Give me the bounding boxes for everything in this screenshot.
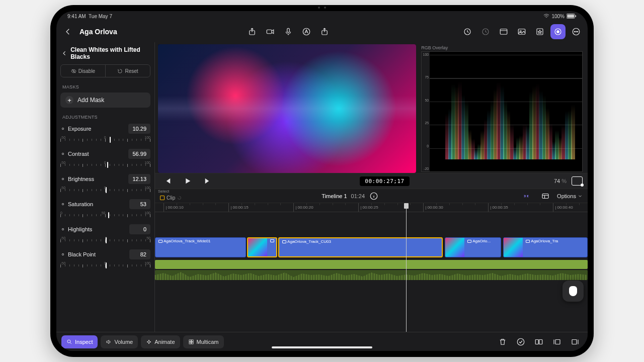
animate-tab[interactable]: Animate	[141, 335, 180, 348]
layout-icon[interactable]	[538, 189, 553, 204]
svg-rect-33	[191, 342, 193, 344]
timeline-clip[interactable]: AgaOrlo...	[445, 237, 501, 257]
timeline-ruler[interactable]: | 00:00:10| 00:00:15| 00:00:20| 00:00:25…	[155, 203, 588, 212]
share-icon[interactable]	[317, 24, 332, 39]
battery-icon	[567, 14, 577, 19]
svg-rect-31	[191, 340, 193, 342]
history-icon[interactable]	[460, 24, 475, 39]
adjustment-contrast[interactable]: Contrast56.99 -500100	[60, 149, 150, 169]
playhead[interactable]	[406, 203, 407, 332]
snap-icon[interactable]	[519, 189, 534, 204]
svg-rect-30	[189, 340, 191, 342]
camera-icon[interactable]	[263, 24, 278, 39]
volume-tab[interactable]: Volume	[101, 335, 138, 348]
photo-icon[interactable]	[514, 24, 529, 39]
back-button[interactable]	[60, 24, 75, 39]
timeline-clip[interactable]	[247, 237, 277, 257]
svg-rect-28	[542, 194, 548, 198]
transport-bar: 00:00:27;17 74 %	[155, 173, 588, 189]
svg-point-19	[577, 31, 578, 32]
trim-end-icon[interactable]	[568, 334, 583, 349]
adjustment-exposure[interactable]: Exposure10.29 -500100	[60, 124, 150, 144]
text-icon[interactable]	[299, 24, 314, 39]
adjustment-saturation[interactable]: Saturation53 050100	[60, 199, 150, 219]
svg-rect-35	[535, 339, 538, 344]
voiceover-icon[interactable]	[281, 24, 296, 39]
multicam-tab[interactable]: Multicam	[183, 335, 224, 348]
trim-start-icon[interactable]	[549, 334, 565, 349]
svg-point-18	[576, 31, 577, 32]
zoom-value[interactable]: 74 %	[554, 178, 567, 184]
svg-point-21	[62, 128, 63, 129]
svg-point-17	[574, 31, 575, 32]
info-icon[interactable]	[369, 191, 379, 201]
svg-point-26	[62, 253, 63, 255]
timeline-clip[interactable]: AgaOrlova_Track_CU03	[278, 237, 443, 257]
svg-rect-32	[189, 342, 191, 344]
prev-frame-button[interactable]	[160, 173, 175, 189]
color-icon[interactable]	[550, 24, 566, 39]
svg-rect-5	[287, 28, 290, 32]
timeline-name: Timeline 1	[321, 193, 347, 199]
svg-point-22	[62, 153, 63, 154]
svg-rect-37	[555, 339, 560, 344]
svg-rect-1	[567, 15, 574, 18]
svg-rect-4	[267, 30, 272, 34]
video-scope: RGB Overlay 1007550250-20	[419, 44, 585, 173]
scope-graph	[430, 52, 582, 171]
clip-indicator[interactable]: Clip	[160, 195, 182, 201]
svg-point-34	[517, 338, 524, 345]
svg-point-29	[67, 340, 70, 343]
svg-point-25	[62, 228, 63, 230]
add-mask-button[interactable]: +Add Mask	[60, 93, 150, 108]
adjustment-highlights[interactable]: Highlights0 -50050	[60, 224, 150, 244]
play-button[interactable]	[180, 173, 195, 189]
delete-icon[interactable]	[495, 334, 510, 349]
timeline-clip[interactable]: AgaOrlova_Track_Wide01	[155, 237, 246, 257]
svg-rect-36	[539, 339, 542, 344]
redo-icon[interactable]	[478, 24, 493, 39]
timeline-header: Select Clip Timeline 1 01:24 Options	[155, 189, 588, 203]
video-track[interactable]: AgaOrlova_Track_Wide01AgaOrlova_Track_CU…	[155, 237, 588, 258]
svg-rect-38	[572, 339, 577, 344]
adjustment-black-point[interactable]: Black Point82 -500100	[60, 249, 150, 269]
svg-point-15	[557, 31, 559, 33]
tools-button[interactable]	[562, 281, 584, 302]
fit-button[interactable]	[572, 176, 583, 186]
split-icon[interactable]	[531, 334, 546, 349]
import-icon[interactable]	[245, 24, 260, 39]
svg-rect-2	[575, 15, 576, 17]
top-toolbar: Aga Orlova	[56, 21, 588, 42]
inspector-panel: Clean Whites with Lifted Blacks Disable …	[56, 42, 155, 332]
effects-icon[interactable]	[532, 24, 547, 39]
timeline[interactable]: | 00:00:10| 00:00:15| 00:00:20| 00:00:25…	[155, 203, 588, 332]
adjustments-label: ADJUSTMENTS	[56, 112, 154, 122]
svg-point-23	[62, 178, 63, 179]
video-viewer[interactable]	[158, 44, 416, 173]
timeline-clip[interactable]: AgaOrlova_Tra	[503, 237, 588, 257]
enable-icon[interactable]	[513, 334, 528, 349]
wifi-icon	[543, 14, 549, 19]
masks-label: MASKS	[56, 81, 154, 92]
more-icon[interactable]	[569, 24, 584, 39]
options-button[interactable]: Options	[557, 193, 583, 199]
audio-track[interactable]	[155, 260, 588, 280]
project-title: Aga Orlova	[79, 28, 117, 36]
svg-point-24	[62, 203, 63, 205]
inspect-tab[interactable]: Inspect	[61, 335, 98, 348]
adjustment-brightness[interactable]: Brightness12.13 -500100	[60, 174, 150, 194]
reset-button[interactable]: Reset	[106, 65, 150, 77]
svg-rect-10	[500, 29, 507, 35]
disable-button[interactable]: Disable	[61, 65, 106, 77]
timecode[interactable]: 00:00:27;17	[360, 176, 409, 186]
inspector-back[interactable]: Clean Whites with Lifted Blacks	[56, 42, 154, 64]
next-frame-button[interactable]	[200, 173, 215, 189]
home-indicator[interactable]	[272, 346, 372, 348]
browser-icon[interactable]	[496, 24, 511, 39]
status-bar: 9:41 AM Tue May 7 100%	[56, 11, 588, 21]
